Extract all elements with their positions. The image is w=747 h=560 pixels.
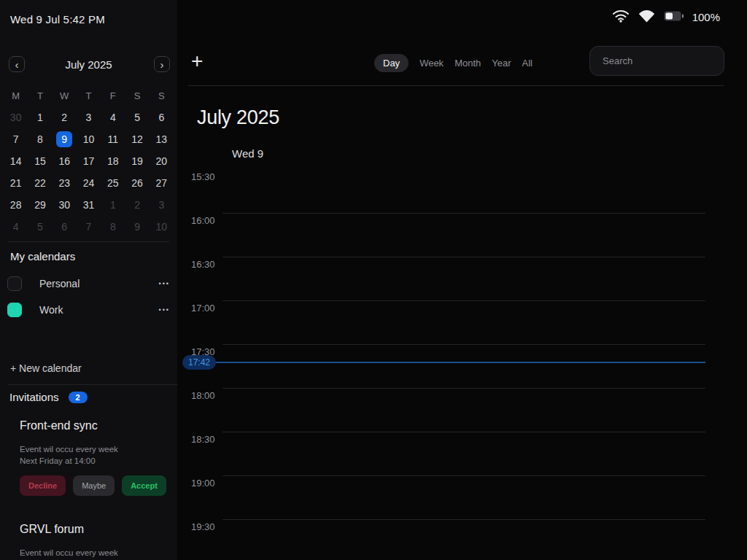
day-cell[interactable]: 9 xyxy=(125,216,149,238)
day-cell[interactable]: 15 xyxy=(28,150,52,172)
day-cell[interactable]: 7 xyxy=(77,216,101,238)
day-cell[interactable]: 4 xyxy=(4,216,28,238)
add-event-button[interactable]: + xyxy=(191,51,203,71)
day-cell[interactable]: 20 xyxy=(150,150,174,172)
day-cell[interactable]: 25 xyxy=(101,172,125,194)
day-cell[interactable]: 10 xyxy=(77,128,101,150)
day-cell-selected[interactable]: 9 xyxy=(53,128,77,150)
day-number: 1 xyxy=(105,197,121,213)
grid-line xyxy=(222,344,705,345)
day-cell[interactable]: 3 xyxy=(77,106,101,128)
day-number: 12 xyxy=(129,131,145,147)
decline-button[interactable]: Decline xyxy=(20,475,66,496)
invitation-list: Front-end syncEvent wil occu every weekN… xyxy=(20,419,167,560)
invitation-desc: Next Friday at 14:00 xyxy=(20,455,167,467)
time-label: 19:00 xyxy=(191,478,215,489)
day-cell[interactable]: 30 xyxy=(4,106,28,128)
day-number: 22 xyxy=(32,175,48,191)
sidebar: Wed 9 Jul 5:42 PM ‹ July 2025 › MTWTFSS … xyxy=(0,0,177,560)
day-number: 6 xyxy=(56,219,72,235)
day-number: 8 xyxy=(105,219,121,235)
calendar-options-button[interactable]: ••• xyxy=(159,306,170,314)
divider xyxy=(7,384,177,385)
day-number: 31 xyxy=(80,197,96,213)
day-cell[interactable]: 28 xyxy=(4,194,28,216)
day-cell[interactable]: 6 xyxy=(150,106,174,128)
day-number: 10 xyxy=(80,131,96,147)
current-time-badge: 17:42 xyxy=(182,355,216,370)
tab-all[interactable]: All xyxy=(522,54,533,72)
day-number: 8 xyxy=(32,131,48,147)
day-grid: 3012345678910111213141516171819202122232… xyxy=(0,106,177,238)
grid-line xyxy=(222,519,705,520)
calendar-checkbox[interactable] xyxy=(7,303,22,317)
day-cell[interactable]: 7 xyxy=(4,128,28,150)
day-cell[interactable]: 26 xyxy=(125,172,149,194)
day-number: 13 xyxy=(153,131,169,147)
view-tabs: DayWeekMonthYearAll xyxy=(374,54,533,72)
time-label: 17:00 xyxy=(191,303,215,314)
maybe-button[interactable]: Maybe xyxy=(73,475,115,496)
calendar-options-button[interactable]: ••• xyxy=(159,280,170,287)
accept-button[interactable]: Accept xyxy=(122,475,166,496)
weekday-label: T xyxy=(77,85,101,106)
time-grid[interactable]: 15:3016:0016:3017:0017:3018:0018:3019:00… xyxy=(177,174,747,560)
day-cell[interactable]: 8 xyxy=(101,216,125,238)
tab-year[interactable]: Year xyxy=(492,54,511,72)
grid-line xyxy=(222,432,705,432)
day-cell[interactable]: 19 xyxy=(125,150,149,172)
time-label: 18:00 xyxy=(191,390,215,402)
time-label: 18:30 xyxy=(191,434,215,446)
day-number: 21 xyxy=(8,175,24,191)
day-cell[interactable]: 21 xyxy=(4,172,28,194)
day-number: 17 xyxy=(80,153,96,169)
current-time-line xyxy=(216,362,705,363)
invitation-title: GRVL forum xyxy=(20,522,167,537)
day-cell[interactable]: 16 xyxy=(53,150,77,172)
day-number: 14 xyxy=(8,153,24,169)
calendar-checkbox[interactable] xyxy=(7,276,22,291)
day-cell[interactable]: 4 xyxy=(101,106,125,128)
day-cell[interactable]: 2 xyxy=(53,106,77,128)
day-cell[interactable]: 31 xyxy=(77,194,101,216)
day-cell[interactable]: 23 xyxy=(53,172,77,194)
day-cell[interactable]: 3 xyxy=(150,194,174,216)
search-input[interactable] xyxy=(589,46,724,76)
weekday-label: W xyxy=(53,85,77,106)
day-cell[interactable]: 18 xyxy=(101,150,125,172)
day-cell[interactable]: 12 xyxy=(125,128,149,150)
tab-month[interactable]: Month xyxy=(454,54,481,72)
day-cell[interactable]: 11 xyxy=(101,128,125,150)
day-number: 28 xyxy=(8,197,24,213)
day-cell[interactable]: 8 xyxy=(28,128,52,150)
battery-percent: 100% xyxy=(692,11,720,23)
grid-line xyxy=(222,300,705,301)
day-cell[interactable]: 2 xyxy=(125,194,149,216)
tab-week[interactable]: Week xyxy=(419,54,444,72)
day-cell[interactable]: 14 xyxy=(4,150,28,172)
day-cell[interactable]: 5 xyxy=(28,216,52,238)
next-month-button[interactable]: › xyxy=(154,56,170,72)
day-cell[interactable]: 1 xyxy=(28,106,52,128)
day-cell[interactable]: 27 xyxy=(150,172,174,194)
invitation-card: Front-end syncEvent wil occu every weekN… xyxy=(20,419,167,496)
day-cell[interactable]: 24 xyxy=(77,172,101,194)
calendar-row: Work••• xyxy=(10,297,170,323)
time-label: 15:30 xyxy=(191,174,215,183)
day-number: 1 xyxy=(32,109,48,125)
my-calendars-section: My calendars Personal•••Work••• xyxy=(10,250,170,323)
day-cell[interactable]: 13 xyxy=(150,128,174,150)
day-cell[interactable]: 10 xyxy=(150,216,174,238)
tab-day[interactable]: Day xyxy=(374,54,409,72)
day-cell[interactable]: 17 xyxy=(77,150,101,172)
day-number: 11 xyxy=(105,131,121,147)
invitation-card: GRVL forumEvent wil occu every weekNext … xyxy=(20,522,167,560)
day-cell[interactable]: 22 xyxy=(28,172,52,194)
time-label: 16:30 xyxy=(191,259,215,271)
day-cell[interactable]: 1 xyxy=(101,194,125,216)
day-cell[interactable]: 29 xyxy=(28,194,52,216)
day-cell[interactable]: 6 xyxy=(53,216,77,238)
day-cell[interactable]: 5 xyxy=(125,106,149,128)
day-cell[interactable]: 30 xyxy=(53,194,77,216)
new-calendar-button[interactable]: + New calendar xyxy=(10,362,82,374)
